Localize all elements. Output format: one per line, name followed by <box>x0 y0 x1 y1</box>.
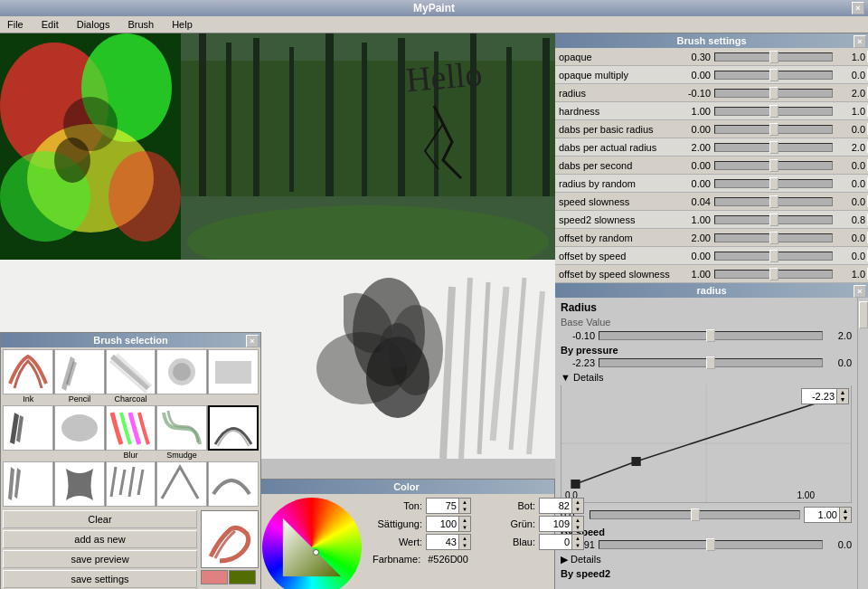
brush-max-6: 0.0 <box>836 160 865 171</box>
brush-slider-12[interactable] <box>714 270 833 279</box>
wert-input[interactable]: ▲ ▼ <box>426 534 471 550</box>
brush-value-11: 0.00 <box>676 251 711 261</box>
brush-name-6 <box>3 451 54 460</box>
brush-cell-smudge[interactable] <box>156 405 207 451</box>
svg-point-7 <box>54 138 90 183</box>
speed-slider[interactable] <box>599 540 823 549</box>
radius-scrollbar[interactable] <box>857 298 868 589</box>
curve-up[interactable]: ▲ <box>837 389 848 396</box>
ton-label: Ton: <box>373 500 422 511</box>
brush-cell-charcoal[interactable] <box>106 349 156 394</box>
brush-cell-blur[interactable] <box>106 405 156 451</box>
brush-cell-11[interactable] <box>3 461 53 507</box>
brush-cell-15[interactable] <box>208 461 259 507</box>
brush-max-9: 0.8 <box>836 214 865 225</box>
brush-slider-10[interactable] <box>714 233 833 242</box>
brush-settings-close[interactable]: × <box>854 35 866 48</box>
bot-up[interactable]: ▲ <box>572 499 583 506</box>
slider-value-input[interactable]: ▲ ▼ <box>804 507 852 523</box>
radius-close[interactable]: × <box>854 285 866 298</box>
radius-content: Radius Base Value -0.10 2.0 By pressure … <box>555 298 857 589</box>
save-settings-button[interactable]: save settings <box>3 570 197 588</box>
wert-up[interactable]: ▲ <box>459 535 470 542</box>
color-wheel[interactable] <box>259 494 365 589</box>
bot-input[interactable]: ▲ ▼ <box>539 498 584 514</box>
ton-up[interactable]: ▲ <box>459 499 470 506</box>
farbname-value: #526D00 <box>428 554 468 565</box>
preview-swatch-1[interactable] <box>201 570 228 584</box>
menu-help[interactable]: Help <box>168 18 196 31</box>
brush-slider-7[interactable] <box>714 179 833 188</box>
brush-row-5: dabs per actual radius 2.00 2.0 = <box>555 138 868 157</box>
svg-rect-13 <box>289 47 294 192</box>
preview-swatch-2[interactable] <box>229 570 256 584</box>
ton-input[interactable]: ▲ ▼ <box>426 498 471 514</box>
brush-max-3: 1.0 <box>836 106 865 117</box>
brush-max-12: 1.0 <box>836 269 865 280</box>
menu-dialogs[interactable]: Dialogs <box>73 18 114 31</box>
curve-down[interactable]: ▼ <box>837 396 848 404</box>
grn-up[interactable]: ▲ <box>572 517 583 524</box>
brush-selection-title: Brush selection × <box>1 333 260 347</box>
details-toggle-2[interactable]: ▶ Details <box>561 554 852 565</box>
brush-slider-1[interactable] <box>714 71 833 80</box>
brush-value-4: 0.00 <box>676 124 711 135</box>
wert-down[interactable]: ▼ <box>459 542 470 549</box>
brush-row-1: opaque multiply 0.00 0.0 X <box>555 66 868 84</box>
brush-row-4: dabs per basic radius 0.00 0.0 ... <box>555 120 868 138</box>
slider-up[interactable]: ▲ <box>840 508 851 515</box>
pressure-slider[interactable] <box>599 358 823 367</box>
svg-rect-38 <box>631 457 640 466</box>
sat-down[interactable]: ▼ <box>459 524 470 531</box>
brush-slider-11[interactable] <box>714 252 833 261</box>
menu-edit[interactable]: Edit <box>38 18 62 31</box>
brush-cell-pencil[interactable] <box>54 349 105 394</box>
brush-cell-6[interactable] <box>3 405 53 451</box>
save-preview-button[interactable]: save preview <box>3 550 197 568</box>
brush-selection-close[interactable]: × <box>246 335 259 347</box>
brush-cell-14[interactable] <box>156 461 207 507</box>
brush-max-4: 0.0 <box>836 124 865 135</box>
svg-rect-37 <box>571 480 580 489</box>
close-button[interactable]: × <box>852 2 864 14</box>
ton-down[interactable]: ▼ <box>459 506 470 513</box>
brush-slider-4[interactable] <box>714 125 833 134</box>
sat-up[interactable]: ▲ <box>459 517 470 524</box>
menu-file[interactable]: File <box>4 18 27 31</box>
wert-label: Wert: <box>373 537 422 547</box>
base-value-slider[interactable] <box>599 331 823 340</box>
brush-cell-selected[interactable] <box>208 405 259 451</box>
brush-slider-9[interactable] <box>714 215 833 224</box>
brush-slider-6[interactable] <box>714 161 833 170</box>
grn-input[interactable]: ▲ ▼ <box>539 516 584 532</box>
brush-name-pencil: Pencil <box>54 394 106 404</box>
svg-text:Hello: Hello <box>404 54 484 99</box>
brush-slider-8[interactable] <box>714 197 833 206</box>
brush-slider-5[interactable] <box>714 143 833 152</box>
brush-cell-ink[interactable] <box>3 349 53 394</box>
menu-brush[interactable]: Brush <box>124 18 157 31</box>
blau-input[interactable]: ▲ ▼ <box>539 534 584 550</box>
brush-slider-2[interactable] <box>714 89 833 98</box>
brush-cell-5[interactable] <box>208 349 259 394</box>
brush-cell-4[interactable] <box>156 349 207 394</box>
bot-label: Bot: <box>486 500 535 511</box>
slider-down[interactable]: ▼ <box>840 515 851 522</box>
detail-slider[interactable] <box>590 510 800 519</box>
brush-slider-3[interactable] <box>714 107 833 116</box>
grn-down[interactable]: ▼ <box>572 524 583 531</box>
brush-value-0: 0.30 <box>676 52 711 62</box>
brush-cell-12[interactable] <box>54 461 105 507</box>
curve-value-input[interactable]: ▲ ▼ <box>801 388 849 404</box>
brush-cell-13[interactable] <box>106 461 156 507</box>
bot-down[interactable]: ▼ <box>572 506 583 513</box>
blau-down[interactable]: ▼ <box>572 542 583 549</box>
blau-up[interactable]: ▲ <box>572 535 583 542</box>
sat-input[interactable]: ▲ ▼ <box>426 516 471 532</box>
brush-cell-7[interactable] <box>54 405 105 451</box>
svg-rect-12 <box>253 38 259 196</box>
details-toggle[interactable]: ▼ Details <box>561 372 852 383</box>
add-as-new-button[interactable]: add as new <box>3 530 197 548</box>
brush-slider-0[interactable] <box>714 52 833 62</box>
clear-button[interactable]: Clear <box>3 510 197 528</box>
